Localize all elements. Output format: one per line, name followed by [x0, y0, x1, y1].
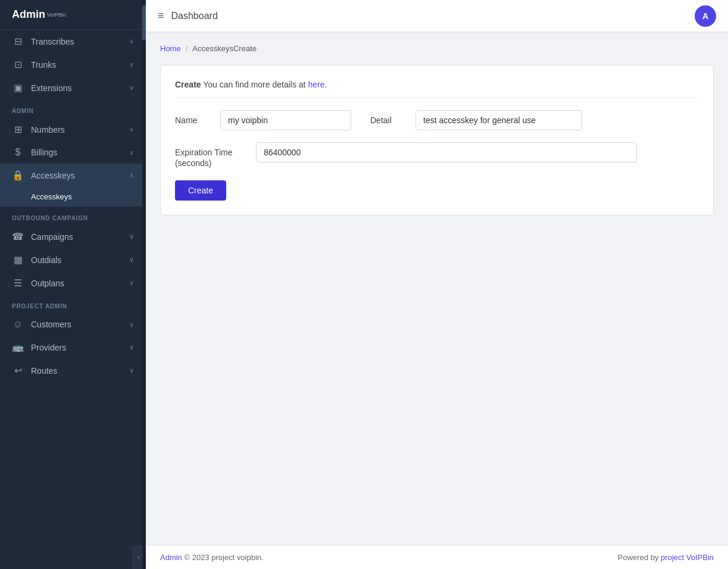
sidebar-label-campaigns: Campaigns — [31, 232, 73, 242]
form-row-expiry: Expiration Time (seconds) — [175, 142, 699, 168]
chevron-routes: ∨ — [129, 367, 134, 374]
footer-left: Admin © 2023 project voipbin. — [160, 553, 264, 562]
sidebar: Admin VoIPBin ⊟ Transcribes ∨ ⊡ Trunks ∨… — [0, 0, 146, 569]
scrollbar-thumb — [142, 5, 146, 40]
card-header-text-2: You can find more details at — [203, 80, 305, 89]
footer: Admin © 2023 project voipbin. Powered by… — [146, 545, 728, 569]
sidebar-item-customers[interactable]: ☺ Customers ∨ — [0, 313, 146, 336]
breadcrumb-home-link[interactable]: Home — [160, 44, 181, 53]
footer-copyright-text: © 2023 project voipbin. — [184, 553, 263, 562]
section-label-outbound: OUTBOUND CAMPAIGN — [0, 207, 146, 225]
expiry-label: Expiration Time (seconds) — [175, 142, 246, 168]
scrollbar-track — [142, 0, 146, 569]
sidebar-item-accesskeys[interactable]: 🔒 Accesskeys ∧ — [0, 164, 146, 187]
name-label: Name — [175, 115, 211, 125]
detail-label: Detail — [370, 115, 406, 125]
sidebar-item-extensions[interactable]: ▣ Extensions ∨ — [0, 76, 146, 99]
create-card: Create You can find more details at here… — [160, 65, 714, 215]
sidebar-item-billings[interactable]: $ Billings ∨ — [0, 141, 146, 164]
expiry-input[interactable] — [256, 142, 637, 162]
trunks-icon: ⊡ — [12, 59, 24, 70]
sidebar-item-campaigns[interactable]: ☎ Campaigns ∨ — [0, 225, 146, 248]
create-button[interactable]: Create — [175, 180, 226, 201]
detail-input[interactable] — [415, 110, 582, 130]
sidebar-label-numbers: Numbers — [31, 125, 65, 135]
chevron-campaigns: ∨ — [129, 233, 134, 240]
nav-group-main: ⊟ Transcribes ∨ ⊡ Trunks ∨ ▣ Extensions … — [0, 30, 146, 99]
expiry-label-line2: (seconds) — [175, 158, 211, 168]
providers-icon: 🚌 — [12, 342, 24, 353]
nav-group-admin: ⊞ Numbers ∨ $ Billings ∨ 🔒 Accesskeys ∧ … — [0, 118, 146, 207]
card-header: Create You can find more details at here… — [175, 80, 699, 98]
breadcrumb-separator: / — [186, 44, 188, 53]
topbar-title: Dashboard — [171, 11, 218, 21]
sidebar-label-providers: Providers — [31, 343, 66, 352]
sidebar-label-outdials: Outdials — [31, 255, 61, 265]
logo-badge: VoIPBin — [47, 12, 66, 18]
expiry-label-line1: Expiration Time — [175, 148, 232, 157]
chevron-providers: ∨ — [129, 343, 134, 351]
billings-icon: $ — [12, 147, 24, 158]
form-group-name: Name — [175, 110, 351, 130]
numbers-icon: ⊞ — [12, 124, 24, 135]
chevron-customers: ∨ — [129, 321, 134, 329]
section-label-admin: ADMIN — [0, 99, 146, 118]
sidebar-sub-label-accesskeys: Accesskeys — [31, 192, 72, 201]
transcribes-icon: ⊟ — [12, 36, 24, 47]
nav-group-project-admin: ☺ Customers ∨ 🚌 Providers ∨ ↩ Routes ∨ — [0, 313, 146, 382]
campaigns-icon: ☎ — [12, 231, 24, 242]
sidebar-item-routes[interactable]: ↩ Routes ∨ — [0, 359, 146, 382]
chevron-numbers: ∨ — [129, 126, 134, 133]
footer-project-link[interactable]: project VoIPBin — [661, 553, 714, 562]
chevron-transcribes: ∨ — [129, 37, 134, 45]
footer-right: Powered by project VoIPBin — [618, 553, 714, 562]
sidebar-label-extensions: Extensions — [31, 83, 71, 93]
nav-group-outbound: ☎ Campaigns ∨ ▦ Outdials ∨ ☰ Outplans ∨ — [0, 225, 146, 295]
hamburger-icon[interactable]: ≡ — [158, 10, 164, 22]
main-content: ≡ Dashboard A Home / AccesskeysCreate Cr… — [146, 0, 728, 569]
page-content: Home / AccesskeysCreate Create You can f… — [146, 32, 728, 545]
footer-powered-text: Powered by — [618, 553, 659, 562]
card-header-bold: Create — [175, 80, 201, 89]
sidebar-logo: Admin VoIPBin — [0, 0, 146, 30]
logo-text: Admin — [12, 8, 45, 21]
chevron-outplans: ∨ — [129, 279, 134, 287]
sidebar-sub-item-accesskeys[interactable]: Accesskeys — [0, 187, 146, 207]
customers-icon: ☺ — [12, 319, 24, 330]
sidebar-item-providers[interactable]: 🚌 Providers ∨ — [0, 336, 146, 359]
sidebar-label-trunks: Trunks — [31, 60, 56, 70]
form-row-name-detail: Name Detail — [175, 110, 699, 130]
sidebar-item-outdials[interactable]: ▦ Outdials ∨ — [0, 248, 146, 271]
accesskeys-icon: 🔒 — [12, 170, 24, 181]
chevron-billings: ∨ — [129, 149, 134, 157]
sidebar-item-trunks[interactable]: ⊡ Trunks ∨ — [0, 53, 146, 76]
chevron-extensions: ∨ — [129, 84, 134, 92]
breadcrumb-current: AccesskeysCreate — [192, 44, 257, 53]
card-header-link[interactable]: here. — [308, 80, 327, 89]
sidebar-label-outplans: Outplans — [31, 279, 64, 288]
sidebar-label-billings: Billings — [31, 148, 57, 157]
avatar[interactable]: A — [695, 5, 716, 27]
sidebar-item-outplans[interactable]: ☰ Outplans ∨ — [0, 271, 146, 295]
sidebar-label-transcribes: Transcribes — [31, 37, 74, 46]
name-input[interactable] — [220, 110, 351, 130]
sidebar-label-customers: Customers — [31, 320, 71, 329]
section-label-project-admin: PROJECT ADMIN — [0, 295, 146, 313]
extensions-icon: ▣ — [12, 82, 24, 93]
form-group-detail: Detail — [370, 110, 582, 130]
chevron-trunks: ∨ — [129, 61, 134, 68]
breadcrumb: Home / AccesskeysCreate — [160, 44, 714, 53]
routes-icon: ↩ — [12, 365, 24, 376]
chevron-outdials: ∨ — [129, 256, 134, 264]
sidebar-label-accesskeys: Accesskeys — [31, 171, 75, 180]
chevron-accesskeys: ∧ — [129, 171, 134, 179]
topbar: ≡ Dashboard A — [146, 0, 728, 32]
sidebar-label-routes: Routes — [31, 366, 57, 376]
sidebar-item-transcribes[interactable]: ⊟ Transcribes ∨ — [0, 30, 146, 53]
outdials-icon: ▦ — [12, 254, 24, 265]
footer-admin-link[interactable]: Admin — [160, 553, 182, 562]
outplans-icon: ☰ — [12, 277, 24, 289]
sidebar-item-numbers[interactable]: ⊞ Numbers ∨ — [0, 118, 146, 141]
